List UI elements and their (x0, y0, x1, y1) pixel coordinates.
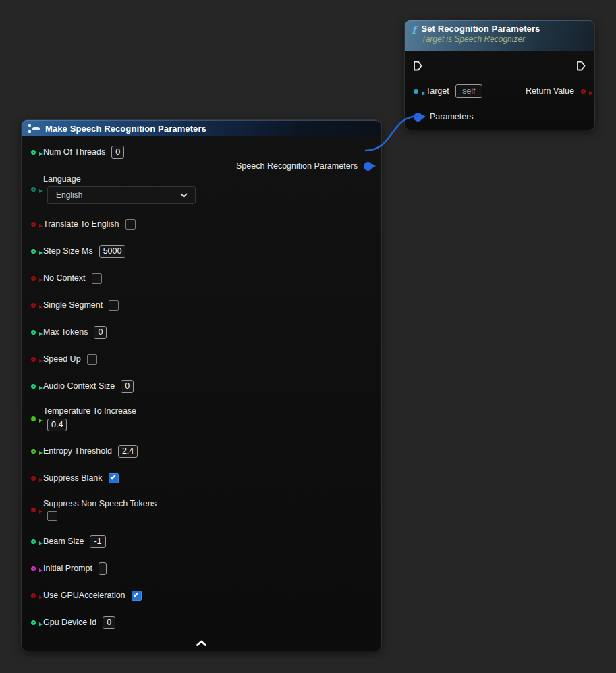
pin-label: Speed Up (43, 354, 81, 364)
pin-translate-to-english[interactable] (31, 222, 36, 227)
pin-row-language: Language English (22, 167, 381, 211)
pin-row-suppress-non-speech-tokens: Suppress Non Speech Tokens (22, 491, 381, 528)
output-pin-label: Speech Recognition Parameters (236, 161, 358, 171)
pin-label: Use GPUAcceleration (43, 591, 125, 600)
return-value-label: Return Value (526, 86, 574, 96)
parameters-label: Parameters (430, 112, 474, 122)
set-node-header[interactable]: f Set Recognition Parameters Target is S… (405, 20, 594, 51)
pin-row-entropy-threshold: Entropy Threshold 2.4 (22, 437, 381, 464)
blueprint-canvas[interactable]: Make Speech Recognition Parameters Speec… (0, 0, 616, 673)
beam-size-input[interactable]: -1 (90, 535, 105, 548)
pin-single-segment[interactable] (31, 303, 36, 308)
pin-label: No Context (43, 273, 86, 283)
pin-label: Initial Prompt (43, 564, 92, 573)
exec-input-pin[interactable] (413, 60, 423, 72)
pin-step-size-ms[interactable] (31, 249, 36, 254)
node-make-speech-recognition-parameters[interactable]: Make Speech Recognition Parameters Speec… (22, 120, 381, 651)
pin-label: Beam Size (43, 537, 84, 546)
pin-initial-prompt[interactable] (31, 566, 36, 571)
parameters-row: Parameters (405, 104, 594, 130)
suppress-non-speech-tokens-checkbox[interactable] (47, 511, 57, 521)
target-self-input[interactable]: self (455, 84, 482, 98)
num-of-threads-input[interactable]: 0 (111, 146, 124, 159)
pin-gpu-device-id[interactable] (31, 620, 36, 625)
pin-language[interactable] (31, 187, 36, 192)
pin-label: Gpu Device Id (43, 618, 96, 627)
output-pin-row: Speech Recognition Parameters (236, 159, 372, 173)
set-node-subtitle: Target is Speech Recognizer (421, 35, 540, 44)
no-context-checkbox[interactable] (92, 273, 102, 284)
gpu-device-id-input[interactable]: 0 (103, 616, 115, 629)
pin-row-max-tokens: Max Tokens 0 (22, 319, 381, 346)
pin-row-suppress-blank: Suppress Blank (22, 464, 381, 491)
speed-up-checkbox[interactable] (87, 354, 97, 365)
pin-speed-up[interactable] (31, 357, 36, 362)
function-icon: f (412, 24, 416, 36)
pin-row-audio-context-size: Audio Context Size 0 (22, 373, 381, 400)
language-select[interactable]: English (47, 186, 196, 204)
entropy-threshold-input[interactable]: 2.4 (118, 445, 138, 458)
pin-suppress-non-speech-tokens[interactable] (31, 508, 36, 512)
make-node-header[interactable]: Make Speech Recognition Parameters (22, 120, 381, 136)
pin-row-beam-size: Beam Size -1 (22, 528, 381, 555)
pin-max-tokens[interactable] (31, 330, 36, 335)
pin-label: Audio Context Size (43, 381, 115, 391)
pin-label: Entropy Threshold (43, 446, 112, 456)
make-struct-icon (28, 124, 40, 133)
language-select-value: English (56, 190, 82, 200)
set-node-title: Set Recognition Parameters (421, 24, 540, 34)
chevron-down-icon (179, 192, 188, 198)
pin-label: Temperature To Increase (43, 406, 136, 416)
target-return-row: Target self Return Value (405, 78, 594, 104)
pin-audio-context-size[interactable] (31, 384, 36, 389)
pin-row-use-gpu-acceleration: Use GPUAcceleration (22, 582, 381, 609)
pin-row-single-segment: Single Segment (22, 292, 381, 319)
pin-temperature-to-increase[interactable] (31, 416, 36, 421)
pin-row-gpu-device-id: Gpu Device Id 0 (22, 609, 381, 636)
target-label: Target (426, 86, 449, 96)
pin-label: Single Segment (43, 300, 103, 310)
pin-row-no-context: No Context (22, 265, 381, 292)
pin-row-step-size-ms: Step Size Ms 5000 (22, 238, 381, 265)
pin-row-translate-to-english: Translate To English (22, 211, 381, 238)
make-node-title: Make Speech Recognition Parameters (45, 124, 206, 134)
output-pin-speech-recognition-parameters[interactable] (364, 162, 372, 171)
pin-row-temperature-to-increase: Temperature To Increase 0.4 (22, 400, 381, 437)
pin-label: Language (43, 174, 81, 184)
pin-beam-size[interactable] (31, 539, 36, 544)
single-segment-checkbox[interactable] (109, 300, 119, 311)
translate-to-english-checkbox[interactable] (125, 219, 136, 230)
initial-prompt-input[interactable] (99, 562, 107, 575)
pin-num-of-threads[interactable] (31, 150, 36, 155)
pin-return-value[interactable] (581, 89, 586, 94)
use-gpu-acceleration-checkbox[interactable] (132, 591, 142, 601)
pin-row-speed-up: Speed Up (22, 346, 381, 373)
chevron-up-icon[interactable] (196, 640, 207, 647)
pin-no-context[interactable] (31, 276, 36, 281)
pin-target[interactable] (414, 89, 418, 94)
pin-label: Suppress Non Speech Tokens (43, 499, 157, 508)
step-size-ms-input[interactable]: 5000 (99, 245, 126, 258)
node-set-recognition-parameters[interactable]: f Set Recognition Parameters Target is S… (405, 20, 594, 130)
pin-parameters[interactable] (414, 113, 422, 122)
pin-label: Num Of Threads (43, 147, 105, 157)
pin-label: Translate To English (43, 219, 119, 229)
audio-context-size-input[interactable]: 0 (121, 380, 134, 393)
max-tokens-input[interactable]: 0 (94, 326, 107, 339)
suppress-blank-checkbox[interactable] (109, 473, 119, 483)
exec-output-pin[interactable] (576, 60, 586, 72)
pin-label: Step Size Ms (43, 246, 93, 256)
pin-suppress-blank[interactable] (31, 476, 36, 481)
temperature-to-increase-input[interactable]: 0.4 (47, 419, 67, 431)
pin-entropy-threshold[interactable] (31, 449, 36, 454)
pin-use-gpu-acceleration[interactable] (31, 593, 36, 598)
pin-row-initial-prompt: Initial Prompt (22, 555, 381, 582)
exec-pin-row (413, 57, 586, 74)
pin-label: Max Tokens (43, 327, 88, 337)
pin-label: Suppress Blank (43, 473, 103, 483)
